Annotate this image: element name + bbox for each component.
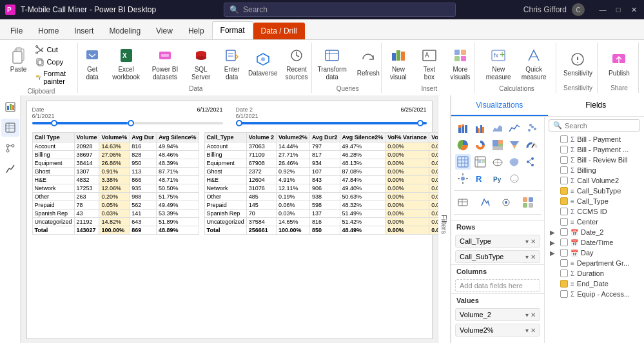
viz-key-influencers[interactable]: [455, 171, 471, 186]
row-call-subtype-dropdown[interactable]: ▾ ✕: [525, 253, 536, 260]
viz-format-1[interactable]: [455, 195, 471, 210]
value-volume2[interactable]: Volume_2 ▾ ✕: [455, 308, 540, 321]
slider-thumb-right-2[interactable]: [417, 120, 424, 126]
field-item-ccms-id[interactable]: ΣCCMS ID: [545, 206, 644, 217]
recent-sources-button[interactable]: Recent sources: [280, 44, 314, 84]
field-item-bill-review[interactable]: ΣBill - Review Bill: [545, 155, 644, 165]
viz-table[interactable]: [455, 154, 471, 170]
field-checkbox-dept-gr[interactable]: [560, 259, 568, 267]
field-item-call-type[interactable]: ≡Call_Type: [545, 196, 644, 206]
field-item-dept-gr[interactable]: ≡Department Gr...: [545, 258, 644, 268]
field-item-bill-payment2[interactable]: ΣBill - Payment ...: [545, 144, 644, 155]
tab-data-drill[interactable]: Data / Drill: [253, 23, 305, 39]
slider-track-2[interactable]: [236, 122, 427, 124]
report-view-icon[interactable]: [1, 98, 19, 116]
tab-fields[interactable]: Fields: [548, 95, 645, 116]
tab-help[interactable]: Help: [181, 23, 212, 39]
refresh-button[interactable]: Refresh: [354, 48, 382, 80]
viz-pie[interactable]: [455, 137, 471, 153]
field-checkbox-billing[interactable]: [560, 166, 568, 174]
value-volume2-dropdown[interactable]: ▾ ✕: [525, 311, 536, 318]
viz-clustered-bar[interactable]: [473, 121, 488, 136]
viz-area[interactable]: [490, 121, 505, 136]
viz-format-4[interactable]: [520, 195, 536, 210]
slider-track-1[interactable]: [32, 122, 223, 124]
field-checkbox-ccms-id[interactable]: [560, 208, 568, 215]
slider-thumb-left-2[interactable]: [236, 120, 242, 126]
data-view-icon[interactable]: [1, 119, 19, 137]
new-measure-button[interactable]: fx+ New measure: [483, 44, 514, 84]
field-item-equip-access[interactable]: ΣEquip - Access...: [545, 289, 644, 299]
slider-thumb-right-1[interactable]: [128, 120, 134, 126]
analytics-icon[interactable]: [1, 160, 19, 178]
row-call-subtype[interactable]: Call_SubType ▾ ✕: [455, 250, 540, 263]
model-view-icon[interactable]: [1, 139, 19, 157]
text-box-button[interactable]: A Text box: [415, 44, 444, 84]
field-checkbox-end-date[interactable]: [560, 280, 568, 288]
row-call-type-dropdown[interactable]: ▾ ✕: [525, 238, 536, 245]
fields-search[interactable]: 🔍: [549, 119, 640, 132]
excel-button[interactable]: X Excel workbook: [109, 44, 143, 84]
field-expand-date-2[interactable]: ▶: [550, 229, 558, 236]
close-button[interactable]: ✕: [629, 5, 639, 15]
field-checkbox-center[interactable]: [560, 218, 568, 226]
field-item-date-2[interactable]: ▶📅Date_2: [545, 227, 644, 237]
paste-button[interactable]: Paste: [7, 44, 30, 86]
minimize-button[interactable]: —: [598, 5, 608, 15]
viz-format-3[interactable]: [498, 195, 514, 210]
tab-insert[interactable]: Insert: [66, 23, 101, 39]
field-checkbox-date-2[interactable]: [560, 228, 568, 236]
field-item-datetime[interactable]: ▶📅Date/Time: [545, 237, 644, 248]
tab-format[interactable]: Format: [212, 21, 253, 39]
viz-decomp-tree[interactable]: [524, 154, 540, 170]
field-item-billing[interactable]: ΣBilling: [545, 165, 644, 175]
field-item-duration[interactable]: ΣDuration: [545, 268, 644, 279]
viz-custom[interactable]: ...: [507, 171, 522, 186]
enter-data-button[interactable]: Enter data: [218, 44, 246, 84]
new-visual-button[interactable]: New visual: [384, 44, 413, 84]
fields-search-input[interactable]: [565, 122, 636, 130]
add-columns-item[interactable]: Add data fields here: [455, 279, 540, 292]
field-checkbox-equip-access[interactable]: [560, 290, 568, 298]
global-search-box[interactable]: 🔍 Search: [224, 3, 456, 17]
dataverse-button[interactable]: Dataverse: [249, 48, 277, 80]
viz-filled-map[interactable]: [507, 154, 522, 170]
field-checkbox-call-volume2[interactable]: [560, 177, 568, 184]
quick-measure-button[interactable]: Quick measure: [517, 44, 551, 84]
tab-view[interactable]: View: [148, 23, 181, 39]
field-checkbox-duration[interactable]: [560, 270, 568, 277]
viz-gauge[interactable]: [524, 137, 540, 153]
cut-button[interactable]: Cut: [32, 44, 76, 55]
get-data-button[interactable]: Get data: [78, 44, 106, 84]
slider-thumb-left-1[interactable]: [51, 120, 57, 126]
field-checkbox-bill-payment2[interactable]: [560, 146, 568, 153]
viz-stacked-bar[interactable]: [455, 121, 471, 136]
value-volume2-pct[interactable]: Volume2% ▾ ✕: [455, 324, 540, 337]
field-item-call-volume2[interactable]: ΣCall Volume2: [545, 175, 644, 186]
format-painter-button[interactable]: Format painter: [32, 68, 76, 86]
viz-line[interactable]: [507, 121, 522, 136]
publish-button[interactable]: Publish: [605, 48, 634, 80]
viz-funnel[interactable]: [507, 137, 522, 153]
tab-home[interactable]: Home: [30, 23, 66, 39]
field-item-bill-payment[interactable]: ΣBill - Payment: [545, 134, 644, 144]
value-volume2-pct-dropdown[interactable]: ▾ ✕: [525, 327, 536, 334]
viz-scatter[interactable]: [524, 121, 540, 136]
field-checkbox-bill-payment[interactable]: [560, 135, 568, 143]
viz-donut[interactable]: [473, 137, 488, 153]
field-checkbox-day[interactable]: [560, 249, 568, 257]
field-checkbox-datetime[interactable]: [560, 239, 568, 246]
viz-python[interactable]: Py: [490, 171, 505, 186]
row-call-type[interactable]: Call_Type ▾ ✕: [455, 235, 540, 248]
field-checkbox-call-type[interactable]: [560, 197, 568, 205]
field-item-center[interactable]: ≡Center: [545, 217, 644, 227]
field-item-day[interactable]: ▶📅Day: [545, 248, 644, 258]
field-checkbox-call-subtype[interactable]: [560, 187, 568, 195]
sql-server-button[interactable]: SQL Server: [187, 44, 215, 84]
copy-button[interactable]: Copy: [32, 56, 76, 68]
pbi-datasets-button[interactable]: Power BI datasets: [146, 44, 184, 84]
maximize-button[interactable]: □: [613, 5, 623, 15]
tab-visualizations[interactable]: Visualizations: [451, 95, 548, 116]
tab-modeling[interactable]: Modeling: [101, 23, 148, 39]
field-checkbox-bill-review[interactable]: [560, 156, 568, 164]
